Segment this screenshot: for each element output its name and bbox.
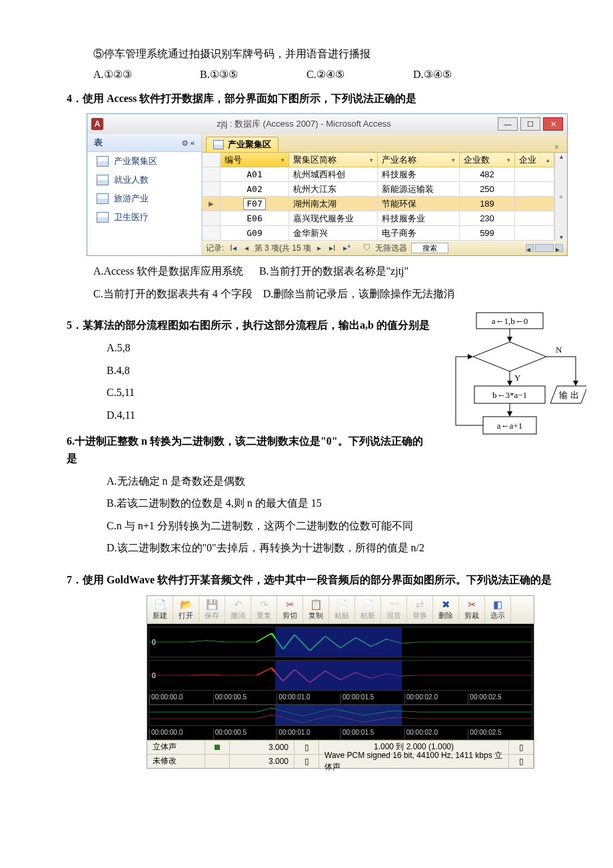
goldwave-window: 📄新建📂打开💾保存↶撤消↷重复✂剪切📋复制📄粘贴📄粘新〰混音⇄替换✖删除✂剪裁◧…	[147, 595, 534, 769]
tab-close-icon[interactable]: ×	[554, 142, 563, 152]
q4-opt-a: A.Access 软件是数据库应用系统	[93, 265, 243, 277]
q6-opt-b: B.若该二进制数的位数是 4,则 n 的最大值是 15	[67, 495, 433, 512]
maximize-button[interactable]: ☐	[520, 117, 540, 131]
row-selector[interactable]: ▶	[202, 197, 221, 211]
table-row[interactable]: A01杭州城西科创科技服务482	[202, 167, 554, 182]
row-selector[interactable]	[202, 211, 221, 226]
q6-opt-c: C.n 与 n+1 分别转换为二进制数，这两个二进制数的位数可能不同	[67, 517, 433, 535]
nav-item-cluster[interactable]: 产业聚集区	[87, 152, 201, 171]
q4-opt-b: B.当前打开的数据表名称是"zjtj"	[259, 265, 408, 277]
tab-strip: 产业聚集区 ×	[202, 134, 567, 153]
vertical-scrollbar[interactable]: ▴≡▾	[554, 153, 567, 241]
goldwave-status: 立体声 3.000 ▯ 1.000 到 2.000 (1.000) ▯ 未修改 …	[147, 740, 534, 768]
table-row[interactable]: A02杭州大江东新能源运输装250	[202, 182, 554, 197]
toolbar-label: 混音	[381, 611, 406, 621]
toolbar-删除[interactable]: ✖删除	[433, 596, 459, 623]
search-input[interactable]	[411, 243, 448, 253]
goldwave-toolbar: 📄新建📂打开💾保存↶撤消↷重复✂剪切📋复制📄粘贴📄粘新〰混音⇄替换✖删除✂剪裁◧…	[147, 596, 534, 624]
q6-opt-a: A.无法确定 n 是奇数还是偶数	[67, 473, 433, 490]
collapse-icon[interactable]: «	[191, 139, 195, 147]
flow-n: N	[556, 345, 562, 355]
toolbar-icon: ✖	[433, 599, 458, 611]
toolbar-剪裁[interactable]: ✂剪裁	[459, 596, 485, 623]
new-record-button[interactable]: ▸*	[341, 243, 352, 253]
track-right[interactable]: 0	[149, 660, 532, 691]
close-button[interactable]: ✕	[543, 117, 563, 131]
row-selector-header[interactable]	[202, 153, 221, 167]
access-window: A zjtj : 数据库 (Access 2007) - Microsoft A…	[87, 113, 568, 256]
q6-opt-d: D.该二进制数末位的"0"去掉后，再转换为十进制数，所得的值是 n/2	[67, 539, 433, 557]
q5-opt-b: B.4,8	[67, 362, 433, 379]
toolbar-icon: 💾	[199, 599, 225, 611]
flow-out: 输 出	[559, 390, 578, 400]
toolbar-选示[interactable]: ◧选示	[485, 596, 511, 623]
last-record-button[interactable]: ▸I	[327, 243, 337, 253]
ruler-tick: 00:00:02.0	[404, 729, 468, 739]
access-titlebar: A zjtj : 数据库 (Access 2007) - Microsoft A…	[87, 114, 567, 134]
toolbar-粘贴: 📄粘贴	[329, 596, 355, 623]
toolbar-label: 剪裁	[459, 611, 484, 621]
toolbar-icon: ⇄	[407, 599, 432, 611]
track-left[interactable]: 0	[149, 627, 532, 657]
play-icon[interactable]	[205, 741, 230, 754]
active-tab[interactable]: 产业聚集区	[206, 137, 279, 152]
status-format: Wave PCM signed 16 bit, 44100 Hz, 1411 k…	[319, 755, 509, 768]
filter-label: 无筛选器	[375, 243, 407, 254]
prev-record-button[interactable]: ◂	[243, 243, 251, 253]
toolbar-label: 粘新	[355, 611, 380, 621]
q4-opt-d: D.删除当前记录后，该删除操作无法撤消	[263, 288, 455, 299]
nav-item-label: 产业聚集区	[114, 155, 157, 167]
table-icon	[97, 175, 109, 185]
row-selector[interactable]	[202, 226, 221, 241]
table-row[interactable]: G09金华新兴电子商务599	[202, 226, 554, 241]
nav-item-employment[interactable]: 就业人数	[87, 171, 201, 189]
svg-marker-17	[468, 354, 473, 359]
toolbar-打开[interactable]: 📂打开	[173, 596, 199, 623]
col-industry[interactable]: 产业名称▾	[378, 153, 460, 167]
toolbar-icon: 📄	[355, 599, 380, 611]
horizontal-scrollbar[interactable]: ◂▸	[526, 244, 563, 252]
status-modified: 未修改	[147, 755, 205, 768]
toolbar-label: 替换	[407, 611, 432, 621]
q3-opt-b: B.①③⑤	[200, 68, 306, 81]
toolbar-新建[interactable]: 📄新建	[147, 596, 173, 623]
data-grid[interactable]: 编号▾ 聚集区简称▾ 产业名称▾ 企业数▾ 企业▴ A01杭州城西科创科技服务4…	[202, 153, 554, 241]
table-row[interactable]: E06嘉兴现代服务业科技服务业230	[202, 211, 554, 226]
toolbar-保存: 💾保存	[199, 596, 225, 623]
record-label: 记录:	[206, 243, 224, 254]
minimize-button[interactable]: —	[498, 117, 518, 131]
nav-item-label: 旅游产业	[114, 193, 149, 205]
filter-icon[interactable]: ⛉	[363, 243, 371, 253]
status-length2: 3.000	[230, 755, 295, 768]
row-selector[interactable]	[202, 167, 221, 182]
flowchart: a←1,b←0 N Y b←3*a−1 输 出 a←a+1	[433, 311, 586, 445]
table-icon	[97, 212, 109, 223]
toolbar-label: 撤消	[225, 611, 251, 621]
q5-opt-a: A.5,8	[67, 339, 433, 357]
svg-marker-6	[573, 381, 578, 386]
col-abbr[interactable]: 聚集区简称▾	[289, 153, 378, 167]
access-logo-icon: A	[91, 118, 103, 130]
track-overview[interactable]	[149, 705, 532, 726]
col-id[interactable]: 编号▾	[221, 153, 289, 167]
q3-opt-c: C.②④⑤	[306, 68, 413, 81]
row-selector[interactable]	[202, 182, 221, 197]
toolbar-复制[interactable]: 📋复制	[303, 596, 329, 623]
table-row[interactable]: ▶F07湖州南太湖节能环保189	[202, 197, 554, 211]
nav-item-health[interactable]: 卫生医疗	[87, 208, 201, 227]
toolbar-icon: 〰	[381, 599, 406, 611]
ruler-tick: 00:00:02.5	[468, 693, 532, 704]
ruler-tick: 00:00:00.5	[213, 693, 277, 704]
col-count[interactable]: 企业数▾	[460, 153, 515, 167]
toolbar-icon: ↷	[251, 599, 277, 611]
waveform-area[interactable]: 0 0 00:00:00.000:00:00.500:00:01.000:00:…	[147, 624, 534, 740]
next-record-button[interactable]: ▸	[315, 243, 323, 253]
toolbar-icon: ✂	[277, 599, 303, 611]
nav-header[interactable]: 表 ⊙«	[87, 134, 201, 152]
col-extra[interactable]: 企业▴	[515, 153, 554, 167]
chevron-down-icon[interactable]: ⊙	[182, 139, 188, 147]
toolbar-剪切[interactable]: ✂剪切	[277, 596, 303, 623]
nav-item-tourism[interactable]: 旅游产业	[87, 189, 201, 208]
first-record-button[interactable]: I◂	[228, 243, 238, 253]
q4-title: 4．使用 Access 软件打开数据库，部分界面如下图所示，下列说法正确的是	[67, 90, 586, 107]
